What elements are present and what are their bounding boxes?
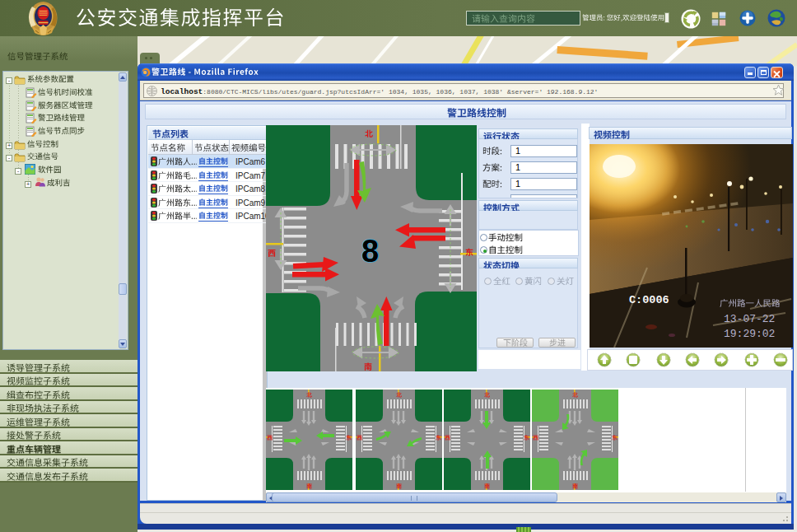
- svg-text:19:29:02: 19:29:02: [724, 328, 775, 340]
- svg-text:C:0006: C:0006: [629, 294, 669, 306]
- svg-text:13-07-22: 13-07-22: [724, 313, 775, 325]
- svg-text:8: 8: [361, 234, 379, 268]
